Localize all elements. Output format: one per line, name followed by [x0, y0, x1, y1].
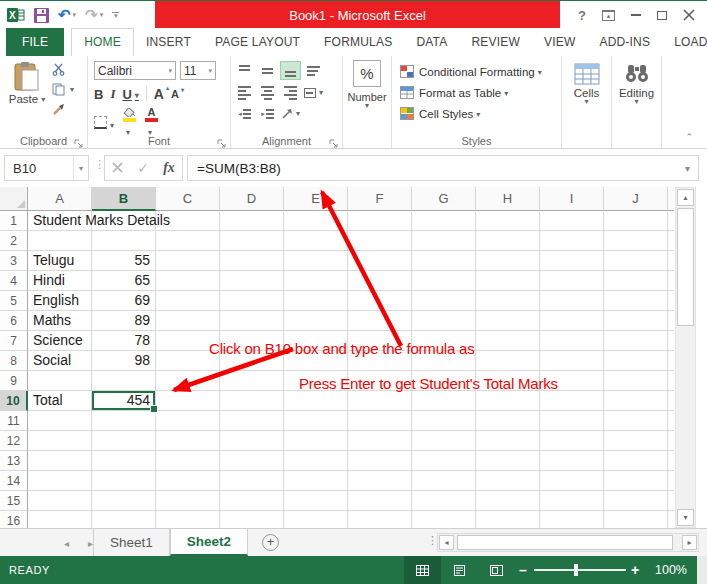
cell-i7[interactable]	[540, 331, 604, 351]
cell-a10[interactable]: Total	[28, 391, 92, 411]
cell-e4[interactable]	[284, 271, 348, 291]
cell-i16[interactable]	[540, 511, 604, 528]
cell-d16[interactable]	[220, 511, 284, 528]
cell-j5[interactable]	[604, 291, 668, 311]
editing-button[interactable]	[612, 61, 661, 87]
cell-e12[interactable]	[284, 431, 348, 451]
cell-i4[interactable]	[540, 271, 604, 291]
increase-indent-button[interactable]: ▸	[258, 105, 277, 122]
font-dialog-launcher-icon[interactable]	[217, 135, 227, 145]
cell-b15[interactable]	[92, 491, 156, 511]
cell-f6[interactable]	[348, 311, 412, 331]
cell-a2[interactable]	[28, 231, 92, 251]
font-family-select[interactable]: Calibri▾	[94, 61, 176, 80]
cell-f2[interactable]	[348, 231, 412, 251]
cell-a13[interactable]	[28, 451, 92, 471]
cell-i10[interactable]	[540, 391, 604, 411]
cell-e13[interactable]	[284, 451, 348, 471]
cell-b11[interactable]	[92, 411, 156, 431]
cell-h12[interactable]	[476, 431, 540, 451]
conditional-formatting-button[interactable]: Conditional Formatting	[400, 61, 561, 82]
italic-button[interactable]: I	[110, 86, 115, 102]
cell-h11[interactable]	[476, 411, 540, 431]
insert-function-button[interactable]: fx	[163, 160, 175, 176]
cell-c16[interactable]	[156, 511, 220, 528]
horizontal-scrollbar[interactable]: ◂ ▸	[437, 533, 699, 552]
previous-sheet-icon[interactable]	[64, 538, 69, 549]
cell-h5[interactable]	[476, 291, 540, 311]
cell-g15[interactable]	[412, 491, 476, 511]
cell-d2[interactable]	[220, 231, 284, 251]
paste-button[interactable]: Paste	[7, 61, 47, 105]
cell-i5[interactable]	[540, 291, 604, 311]
cell-b9[interactable]	[92, 371, 156, 391]
maximize-icon[interactable]	[657, 11, 667, 20]
number-caret-icon[interactable]	[343, 103, 391, 109]
cell-h16[interactable]	[476, 511, 540, 528]
cell-j2[interactable]	[604, 231, 668, 251]
name-box[interactable]: B10 ▾	[4, 155, 89, 181]
cell-a1[interactable]: Student Marks Details	[28, 211, 92, 231]
scroll-left-icon[interactable]: ◂	[439, 535, 454, 550]
cell-d13[interactable]	[220, 451, 284, 471]
top-align-button[interactable]	[235, 62, 254, 79]
cell-e5[interactable]	[284, 291, 348, 311]
cell-i6[interactable]	[540, 311, 604, 331]
cell-h2[interactable]	[476, 231, 540, 251]
align-left-button[interactable]	[235, 84, 254, 101]
cell-d1[interactable]	[220, 211, 284, 231]
row-header-11[interactable]: 11	[0, 411, 28, 431]
cell-b3[interactable]: 55	[92, 251, 156, 271]
vertical-scrollbar[interactable]: ▴ ▾	[675, 187, 696, 528]
borders-button[interactable]	[94, 115, 114, 133]
row-header-12[interactable]: 12	[0, 431, 28, 451]
cell-a5[interactable]: English	[28, 291, 92, 311]
cell-h8[interactable]	[476, 351, 540, 371]
cell-h3[interactable]	[476, 251, 540, 271]
tab-review[interactable]: REVIEW	[459, 29, 532, 56]
enter-icon[interactable]	[137, 160, 149, 176]
cell-g1[interactable]	[412, 211, 476, 231]
column-header-g[interactable]: G	[412, 187, 476, 211]
row-header-5[interactable]: 5	[0, 291, 28, 311]
cell-h4[interactable]	[476, 271, 540, 291]
bold-button[interactable]: B	[94, 87, 103, 102]
cell-b16[interactable]	[92, 511, 156, 528]
orientation-button[interactable]	[281, 105, 300, 122]
cell-b10[interactable]: 454	[92, 391, 156, 411]
cell-j1[interactable]	[604, 211, 668, 231]
cell-g14[interactable]	[412, 471, 476, 491]
name-box-caret-icon[interactable]: ▾	[73, 156, 88, 180]
cell-a8[interactable]: Social	[28, 351, 92, 371]
cell-j3[interactable]	[604, 251, 668, 271]
cell-f3[interactable]	[348, 251, 412, 271]
undo-caret-icon[interactable]: ▾	[73, 11, 77, 19]
cell-j11[interactable]	[604, 411, 668, 431]
cell-g16[interactable]	[412, 511, 476, 528]
cell-c12[interactable]	[156, 431, 220, 451]
horizontal-scroll-thumb[interactable]	[457, 535, 673, 550]
tab-file[interactable]: FILE	[6, 28, 64, 56]
cell-i13[interactable]	[540, 451, 604, 471]
underline-button[interactable]: U	[122, 87, 138, 102]
row-header-16[interactable]: 16	[0, 511, 28, 528]
cell-h14[interactable]	[476, 471, 540, 491]
cell-d14[interactable]	[220, 471, 284, 491]
cell-b2[interactable]	[92, 231, 156, 251]
column-header-i[interactable]: I	[540, 187, 604, 211]
cell-b8[interactable]: 98	[92, 351, 156, 371]
column-header-f[interactable]: F	[348, 187, 412, 211]
cell-d11[interactable]	[220, 411, 284, 431]
column-header-e[interactable]: E	[284, 187, 348, 211]
cell-f4[interactable]	[348, 271, 412, 291]
cell-c2[interactable]	[156, 231, 220, 251]
column-header-a[interactable]: A	[28, 187, 92, 211]
cell-f14[interactable]	[348, 471, 412, 491]
zoom-out-icon[interactable]: –	[519, 562, 527, 578]
tab-load[interactable]: LOAD	[662, 29, 707, 56]
cell-d4[interactable]	[220, 271, 284, 291]
tab-add-ins[interactable]: ADD-INS	[587, 29, 662, 56]
format-painter-button[interactable]	[52, 102, 74, 116]
tab-formulas[interactable]: FORMULAS	[312, 29, 404, 56]
cell-a15[interactable]	[28, 491, 92, 511]
